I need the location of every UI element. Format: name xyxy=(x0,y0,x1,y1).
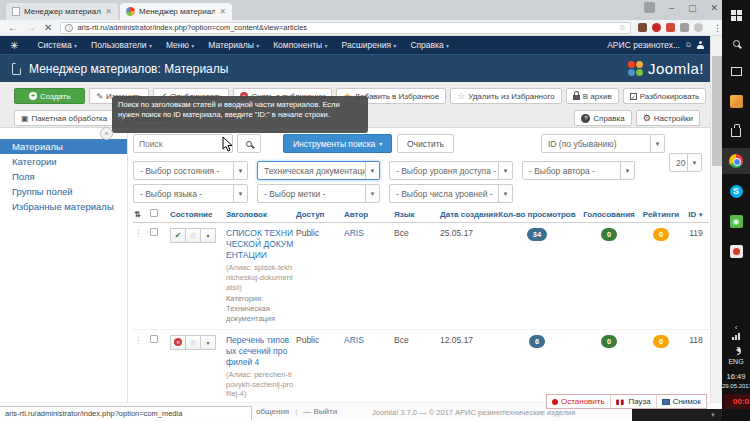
bookmark-star-icon[interactable]: ☆ xyxy=(619,23,626,32)
help-button[interactable]: ?Справка xyxy=(574,110,631,126)
page-scrollbar[interactable] xyxy=(710,36,722,421)
unlock-button[interactable]: ✓Разблокировать xyxy=(623,88,707,104)
browser-menu-icon[interactable]: ⋮ xyxy=(713,23,722,33)
filter-access-select[interactable]: - Выбор уровня доступа -▼ xyxy=(389,161,513,180)
filter-language-select[interactable]: - Выбор языка -▼ xyxy=(133,184,248,203)
filter-state-select[interactable]: - Выбор состояния -▼ xyxy=(133,161,248,180)
batch-button[interactable]: ▣Пакетная обработка xyxy=(14,110,114,126)
language-indicator[interactable]: ENG xyxy=(722,358,750,365)
sort-select[interactable]: ID (по убыванию)▼ xyxy=(541,134,665,153)
volume-tray-icon[interactable] xyxy=(722,344,750,356)
article-title-link[interactable]: СПИСОК ТЕХНИЧЕСКОЙ ДОКУМЕНТАЦИИ xyxy=(226,228,294,261)
tab-close-icon[interactable]: ✕ xyxy=(105,7,112,16)
logout-link[interactable]: — Выйти xyxy=(303,407,337,416)
col-votes[interactable]: Голосования xyxy=(579,206,639,223)
col-hits[interactable]: Кол-во просмотров xyxy=(495,206,579,223)
menu-menus[interactable]: Меню ▾ xyxy=(159,40,201,50)
state-dropdown-button[interactable]: ▾ xyxy=(200,335,216,350)
filter-author-select[interactable]: - Выбор автора -▼ xyxy=(522,161,635,180)
select-all-checkbox[interactable] xyxy=(150,209,158,217)
clock-time[interactable]: 16:49 xyxy=(722,372,750,381)
taskbar-photos-button[interactable] xyxy=(722,88,750,114)
window-restore-button[interactable]: ▢ xyxy=(688,3,697,13)
extension-icon-2[interactable] xyxy=(652,23,661,32)
extension-icon-1[interactable] xyxy=(638,23,647,32)
window-minimize-button[interactable]: – xyxy=(669,3,674,13)
extension-icon-3[interactable] xyxy=(666,23,675,32)
menu-system[interactable]: Система ▾ xyxy=(30,40,84,50)
caret-down-icon[interactable]: ▼ xyxy=(710,412,716,418)
url-field[interactable]: i aris-rti.ru/administrator/index.php?op… xyxy=(60,22,631,34)
back-icon[interactable]: ← xyxy=(8,22,18,33)
filter-levels-select[interactable]: - Выбор числа уровней -▼ xyxy=(389,184,513,203)
drag-handle[interactable]: ⋮ xyxy=(134,228,143,238)
sidebar-item-fields[interactable]: Поля xyxy=(0,169,127,184)
filter-category-select[interactable]: Техническая документация▼ xyxy=(257,161,380,180)
clear-button[interactable]: Очистить xyxy=(397,134,454,153)
site-info-icon[interactable]: i xyxy=(65,24,73,32)
messages-link[interactable]: общения xyxy=(256,407,289,416)
clock-date[interactable]: 29.05.2017 xyxy=(722,383,750,389)
col-author[interactable]: Автор xyxy=(343,206,393,223)
sidebar-toggle-icon[interactable]: « xyxy=(100,127,113,140)
browser-tab-2[interactable]: Менеджер материалов ✕ xyxy=(120,3,232,20)
taskbar-chrome-button[interactable] xyxy=(722,148,750,174)
menu-help[interactable]: Справка ▾ xyxy=(403,40,456,50)
extension-icon-5[interactable] xyxy=(694,23,703,32)
taskbar-skype-button[interactable]: S xyxy=(722,178,750,204)
user-icon[interactable] xyxy=(697,41,705,49)
publish-state-button[interactable]: ✔ xyxy=(170,228,186,243)
row-checkbox[interactable] xyxy=(150,228,158,236)
task-view-button[interactable] xyxy=(722,58,750,84)
sidebar-item-categories[interactable]: Категории xyxy=(0,154,127,169)
limit-select[interactable]: 20▼ xyxy=(669,153,702,172)
titlebar-extension-icon[interactable] xyxy=(644,2,655,13)
create-button[interactable]: +Создать xyxy=(14,88,85,104)
row-checkbox[interactable] xyxy=(150,335,158,343)
taskbar-app-green-button[interactable]: ◉ xyxy=(722,208,750,234)
col-rating[interactable]: Рейтинги xyxy=(639,206,683,223)
state-dropdown-button[interactable]: ▾ xyxy=(200,228,216,243)
tab-close-icon[interactable]: ✕ xyxy=(219,7,226,16)
col-language[interactable]: Язык xyxy=(393,206,439,223)
col-id[interactable]: ID ▼ xyxy=(683,206,709,223)
menu-components[interactable]: Компоненты ▾ xyxy=(266,40,334,50)
search-tools-button[interactable]: Инструменты поиска▾ xyxy=(283,134,392,153)
ordering-sort-icon[interactable]: ⇅ xyxy=(133,206,149,223)
feature-state-button[interactable]: ☆ xyxy=(185,335,201,350)
taskbar-search-button[interactable] xyxy=(722,30,750,56)
browser-tab-1[interactable]: Менеджер материалов ✕ xyxy=(6,3,118,20)
recorder-stop-button[interactable]: Остановить xyxy=(547,395,611,408)
sidebar-item-field-groups[interactable]: Группы полей xyxy=(0,184,127,199)
search-input[interactable] xyxy=(133,134,233,153)
sidebar-item-articles[interactable]: Материалы xyxy=(0,139,127,154)
forward-icon[interactable]: → xyxy=(26,22,36,33)
article-title-link[interactable]: Перечень типовых сечений профилей 4 xyxy=(226,335,294,368)
network-tray-icon[interactable] xyxy=(722,330,750,342)
menu-users[interactable]: Пользователи ▾ xyxy=(84,40,159,50)
col-title[interactable]: Заголовок xyxy=(225,206,295,223)
start-button[interactable] xyxy=(722,2,750,28)
stop-icon[interactable]: ✕ xyxy=(44,22,52,33)
col-access[interactable]: Доступ xyxy=(295,206,343,223)
taskbar-recorder-button[interactable] xyxy=(722,238,750,264)
sidebar-item-featured[interactable]: Избранные материалы xyxy=(0,199,127,214)
scrollbar-thumb[interactable] xyxy=(712,56,722,166)
extension-icon-4[interactable] xyxy=(680,23,689,32)
archive-button[interactable]: В архив xyxy=(566,88,619,104)
site-name-link[interactable]: АРИС резинотех... xyxy=(607,40,680,50)
feature-state-button[interactable]: ☆ xyxy=(185,228,201,243)
recorder-snapshot-button[interactable]: Снимок xyxy=(657,395,706,408)
remove-favorite-button[interactable]: ☆Удалить из Избранного xyxy=(450,88,562,104)
menu-content[interactable]: Материалы ▾ xyxy=(201,40,266,50)
window-close-button[interactable]: ✕ xyxy=(710,3,718,13)
options-button[interactable]: ⚙Настройки xyxy=(636,110,700,126)
author-link[interactable]: ARIS xyxy=(344,335,364,345)
drag-handle[interactable]: ⋮ xyxy=(134,335,143,345)
publish-state-button[interactable]: ✕ xyxy=(170,335,186,350)
col-state[interactable]: Состояние xyxy=(169,206,225,223)
search-button[interactable] xyxy=(237,134,261,153)
taskbar-store-button[interactable] xyxy=(722,118,750,144)
menu-extensions[interactable]: Расширения ▾ xyxy=(335,40,404,50)
col-date[interactable]: Дата создания xyxy=(439,206,495,223)
